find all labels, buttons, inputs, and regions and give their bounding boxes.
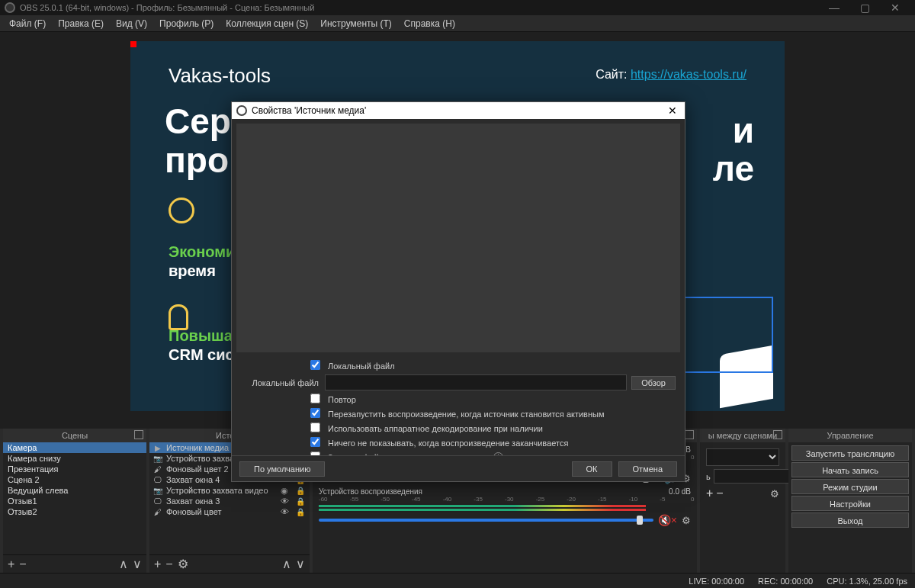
obs-icon [5,2,15,13]
dialog-close-button[interactable]: ✕ [665,104,680,117]
scene-item[interactable]: Презентация [3,464,146,474]
menu-file[interactable]: Файл (F) [3,16,52,31]
control-button[interactable]: Выход [791,512,909,528]
cancel-button[interactable]: Отмена [618,461,677,477]
source-settings-icon[interactable]: ⚙ [178,557,188,571]
control-button[interactable]: Начать запись [791,462,909,477]
scene-item[interactable]: Отзыв1 [3,496,146,506]
menu-scene-collection[interactable]: Коллекция сцен (S) [220,16,314,31]
visibility-icon[interactable]: 👁 [281,507,293,516]
preview-headline: Серпро [165,102,231,179]
control-button[interactable]: Режим студии [791,479,909,494]
control-button[interactable]: Настройки [791,496,909,511]
control-button[interactable]: Запустить трансляцию [791,445,909,461]
status-live: LIVE: 00:00:00 [689,577,744,586]
channel-settings-icon[interactable]: ⚙ [682,515,691,526]
status-cpu: CPU: 1.3%, 25.00 fps [827,577,907,586]
hw-decode-checkbox[interactable] [310,423,320,432]
source-type-icon: 🖌 [152,508,163,516]
transition-settings-icon[interactable]: ⚙ [770,488,779,500]
preview-brand: Vakas-tools [169,64,271,88]
scene-up-button[interactable]: ∧ [119,557,128,571]
status-rec: REC: 00:00:00 [758,577,813,586]
source-item[interactable]: 📷Устройство захвата видео◉🔒 [149,485,310,496]
menu-profile[interactable]: Профиль (P) [153,16,220,31]
browse-button[interactable]: Обзор [631,376,676,390]
local-file-input[interactable] [325,374,627,390]
bulb-icon [169,304,188,330]
minimize-button[interactable]: — [819,2,849,14]
volume-slider[interactable] [319,519,653,522]
scene-item[interactable]: Отзыв2 [3,506,146,517]
ok-button[interactable]: ОК [572,461,612,477]
source-type-icon: 📷 [152,455,163,463]
dialog-form: Локальный файл Локальный файлОбзор Повто… [232,357,685,455]
scenes-panel: Сцены КамераКамера снизуПрезентацияСцена… [3,429,146,573]
source-item[interactable]: 🖵Захват окна 3👁🔒 [149,496,310,506]
mixer-channel: Устройство воспроизведения0.0 dB-60-55-5… [319,487,691,526]
controls-panel: Управление Запустить трансляциюНачать за… [788,429,912,573]
transitions-panel: ы между сценами ь +−⚙ [700,429,785,573]
window-titlebar: OBS 25.0.1 (64-bit, windows) - Профиль: … [0,0,915,15]
panel-popout-icon[interactable] [685,430,694,439]
panel-popout-icon[interactable] [773,430,782,439]
scenes-list[interactable]: КамераКамера снизуПрезентацияСцена 2Веду… [3,442,146,554]
scene-item[interactable]: Камера [3,442,146,453]
visibility-icon[interactable]: 👁 [281,496,293,506]
local-file-checkbox[interactable] [310,360,320,370]
menu-help[interactable]: Справка (H) [398,16,461,31]
visibility-icon[interactable]: ◉ [281,486,293,496]
scene-down-button[interactable]: ∨ [133,557,142,571]
source-type-icon: ▶ [152,444,163,452]
close-button[interactable]: ✕ [880,2,910,14]
scene-item[interactable]: Ведущий слева [3,485,146,496]
obs-icon [236,105,247,116]
repeat-checkbox[interactable] [310,394,320,403]
dialog-titlebar[interactable]: Свойства 'Источник медиа' ✕ [232,102,685,119]
source-up-button[interactable]: ∧ [282,557,291,571]
preview-site: Сайт: https://vakas-tools.ru/ [596,68,746,82]
hide-end-checkbox[interactable] [310,437,320,447]
selection-handle[interactable] [130,41,136,47]
transitions-header: ы между сценами [708,431,778,440]
clock-icon [169,198,194,223]
mute-icon[interactable]: 🔇× [658,514,677,526]
lock-icon[interactable]: 🔒 [296,508,307,516]
lock-icon[interactable]: 🔒 [296,487,307,495]
scene-add-button[interactable]: + [8,557,14,571]
source-remove-button[interactable]: − [165,557,172,571]
menu-view[interactable]: Вид (V) [110,16,153,31]
restart-checkbox[interactable] [310,408,320,418]
transition-remove-button[interactable]: − [716,487,723,500]
source-add-button[interactable]: + [154,557,161,571]
transition-select[interactable] [706,448,779,466]
maximize-button[interactable]: ▢ [849,2,880,14]
audio-meter [319,503,691,512]
window-title: OBS 25.0.1 (64-bit, windows) - Профиль: … [20,3,314,12]
status-bar: LIVE: 00:00:00 REC: 00:00:00 CPU: 1.3%, … [0,573,915,588]
source-type-icon: 📷 [152,487,163,495]
properties-dialog: Свойства 'Источник медиа' ✕ Локальный фа… [231,101,685,482]
source-down-button[interactable]: ∨ [296,557,305,571]
dialog-title: Свойства 'Источник медиа' [252,105,366,116]
panel-popout-icon[interactable] [134,430,143,439]
source-type-icon: 🖵 [152,476,163,484]
lock-icon[interactable]: 🔒 [296,497,307,506]
scene-remove-button[interactable]: − [19,557,26,571]
dialog-preview [236,124,680,352]
menu-bar: Файл (F) Правка (E) Вид (V) Профиль (P) … [0,15,915,32]
source-item[interactable]: 🖌Фоновый цвет👁🔒 [149,506,310,517]
defaults-button[interactable]: По умолчанию [239,461,325,477]
source-type-icon: 🖌 [152,465,163,474]
controls-header: Управление [827,431,873,440]
scene-item[interactable]: Сцена 2 [3,474,146,485]
source-type-icon: 🖵 [152,497,163,506]
scenes-header: Сцены [62,431,88,440]
transition-add-button[interactable]: + [706,487,713,500]
menu-edit[interactable]: Правка (E) [52,16,110,31]
menu-tools[interactable]: Инструменты (T) [314,16,397,31]
scene-item[interactable]: Камера снизу [3,453,146,464]
